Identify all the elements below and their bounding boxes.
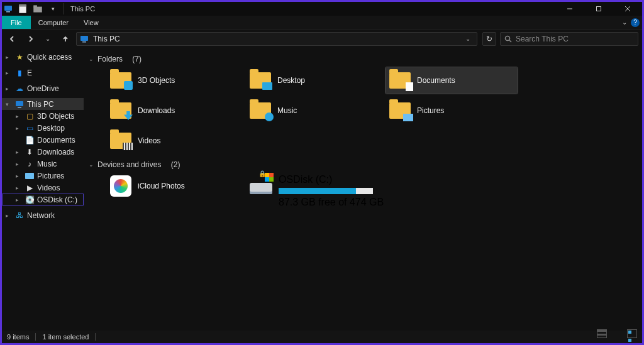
tree-desktop[interactable]: ▭Desktop xyxy=(2,122,84,134)
svg-rect-5 xyxy=(33,5,37,7)
svg-rect-6 xyxy=(597,7,601,11)
group-folders-header[interactable]: ⌄ Folders (7) xyxy=(89,55,637,63)
drive-usage-bar xyxy=(279,188,373,194)
ribbon-collapse-icon[interactable]: ⌄ xyxy=(622,19,627,26)
network-icon: 🖧 xyxy=(14,211,25,221)
folder-downloads[interactable]: Downloads xyxy=(106,97,238,124)
videos-icon: ▶ xyxy=(25,183,35,193)
svg-rect-1 xyxy=(6,11,10,13)
refresh-button[interactable]: ↻ xyxy=(482,32,496,46)
tab-view[interactable]: View xyxy=(76,16,106,29)
svg-point-9 xyxy=(506,36,510,40)
window-title: This PC xyxy=(70,5,95,13)
up-button[interactable] xyxy=(58,32,72,46)
view-tiles-button[interactable] xyxy=(627,329,637,338)
tree-quick-access[interactable]: ★ Quick access xyxy=(2,51,84,63)
search-box[interactable]: Search This PC xyxy=(500,32,638,46)
pc-icon xyxy=(14,99,25,109)
folder-documents[interactable]: Documents xyxy=(386,67,518,94)
tree-music[interactable]: ♪Music xyxy=(2,158,84,170)
minimize-button[interactable] xyxy=(555,2,584,16)
address-text: This PC xyxy=(93,35,458,43)
status-item-count: 9 items xyxy=(7,333,29,341)
svg-rect-4 xyxy=(33,7,42,13)
tree-documents[interactable]: 📄Documents xyxy=(2,134,84,146)
maximize-button[interactable] xyxy=(584,2,613,16)
svg-rect-7 xyxy=(80,36,88,41)
app-icon xyxy=(3,4,13,14)
forward-button[interactable] xyxy=(23,32,37,46)
drive-name: OSDisk (C:) xyxy=(279,174,412,185)
music-icon: ♪ xyxy=(25,159,35,169)
tree-this-pc[interactable]: This PC xyxy=(2,98,84,110)
recent-locations-button[interactable]: ⌄ xyxy=(41,32,55,46)
tree-pictures[interactable]: Pictures xyxy=(2,170,84,182)
folder-3d-objects[interactable]: 3D Objects xyxy=(106,67,238,94)
documents-icon: 📄 xyxy=(25,135,35,145)
drive-icon: ▮ xyxy=(14,68,25,78)
pictures-icon xyxy=(25,171,35,181)
tree-downloads[interactable]: ⬇Downloads xyxy=(2,146,84,158)
qat-properties-icon[interactable] xyxy=(17,3,28,14)
hdd-icon: 🔒 xyxy=(250,174,272,194)
address-pc-icon xyxy=(79,34,89,44)
svg-rect-3 xyxy=(19,4,26,6)
help-button[interactable]: ? xyxy=(631,18,640,27)
view-details-button[interactable] xyxy=(597,329,607,338)
tree-videos[interactable]: ▶Videos xyxy=(2,182,84,194)
address-dropdown-icon[interactable]: ⌄ xyxy=(462,35,474,42)
drive-icloud-photos[interactable]: iCloud Photos xyxy=(106,173,238,199)
close-button[interactable] xyxy=(613,2,642,16)
folder-desktop[interactable]: Desktop xyxy=(246,67,378,94)
tree-network[interactable]: 🖧Network xyxy=(2,209,84,221)
tree-3d-objects[interactable]: ▢3D Objects xyxy=(2,110,84,122)
star-icon: ★ xyxy=(14,52,25,62)
folder-pictures[interactable]: Pictures xyxy=(386,97,518,124)
disk-icon: 💽 xyxy=(25,195,35,205)
search-placeholder: Search This PC xyxy=(516,35,569,43)
tree-e-drive[interactable]: ▮ E xyxy=(2,67,84,79)
desktop-icon: ▭ xyxy=(25,123,35,133)
search-icon xyxy=(504,35,512,43)
qat-customize-icon[interactable]: ▾ xyxy=(47,3,58,14)
svg-rect-0 xyxy=(4,6,12,11)
group-collapse-icon: ⌄ xyxy=(89,56,94,62)
folder-music[interactable]: Music xyxy=(246,97,378,124)
back-button[interactable] xyxy=(6,32,19,46)
downloads-icon: ⬇ xyxy=(25,147,35,157)
drive-osdisk[interactable]: 🔒 OSDisk (C:) 87.3 GB free of 474 GB xyxy=(246,173,416,209)
group-drives-header[interactable]: ⌄ Devices and drives (2) xyxy=(89,160,637,169)
group-collapse-icon: ⌄ xyxy=(89,162,94,168)
tree-osdisk[interactable]: 💽OSDisk (C:) xyxy=(2,194,84,205)
status-selected-count: 1 item selected xyxy=(42,333,89,341)
tab-computer[interactable]: Computer xyxy=(31,16,76,29)
nav-tree: ★ Quick access ▮ E ☁ OneDrive Thi xyxy=(2,48,84,331)
address-bar[interactable]: This PC ⌄ xyxy=(76,32,477,46)
drive-usage-fill xyxy=(279,188,356,194)
folder-videos[interactable]: Videos xyxy=(106,128,238,154)
tab-file[interactable]: File xyxy=(2,16,31,29)
folder-icon: ▢ xyxy=(25,111,35,121)
drive-free-text: 87.3 GB free of 474 GB xyxy=(279,197,412,208)
content-pane: ⌄ Folders (7) 3D Objects Desktop Documen… xyxy=(84,48,642,331)
svg-rect-11 xyxy=(18,107,21,108)
svg-rect-8 xyxy=(82,41,86,43)
icloud-photos-icon xyxy=(114,179,128,193)
tree-onedrive[interactable]: ☁ OneDrive xyxy=(2,82,84,94)
cloud-icon: ☁ xyxy=(14,84,25,94)
qat-new-folder-icon[interactable] xyxy=(32,3,43,14)
svg-rect-10 xyxy=(16,101,23,106)
